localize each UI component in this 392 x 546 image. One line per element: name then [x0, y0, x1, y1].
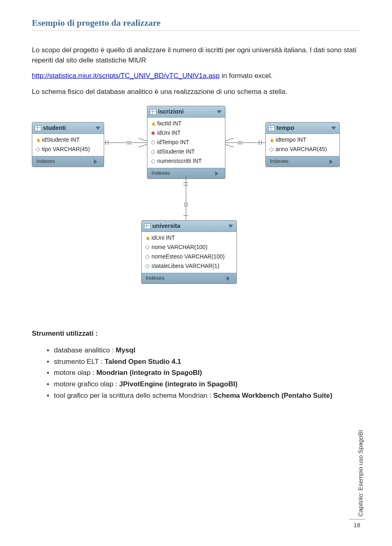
- table-footer: Indexes: [32, 156, 104, 167]
- connector-tick: [259, 140, 259, 145]
- connector-tick: [183, 215, 188, 216]
- connector-crow: [225, 144, 234, 147]
- chevron-right-icon: [330, 159, 335, 164]
- diamond-icon: [151, 140, 156, 145]
- connector-dash: [238, 144, 243, 144]
- table-universita: universita idUni INT nome VARCHAR(100) n…: [141, 220, 237, 284]
- table-icon: [268, 125, 275, 131]
- chevron-right-icon: [215, 171, 221, 176]
- table-studenti: studenti idStudente INT tipo VARCHAR(45)…: [32, 122, 104, 167]
- intro-paragraph-1: Lo scopo del progetto è quello di analiz…: [32, 45, 360, 65]
- table-title: studenti: [43, 124, 66, 132]
- table-iscrizioni: iscrizioni factId INT idUni INT idTempo …: [147, 106, 225, 179]
- tools-list: database analitico : Mysql strumento ELT…: [53, 345, 360, 401]
- diamond-icon: [151, 131, 156, 136]
- col: nomeEsteso VARCHAR(100): [151, 253, 225, 261]
- connector-dash: [127, 141, 131, 142]
- table-icon: [144, 223, 151, 229]
- diamond-icon: [151, 149, 156, 154]
- chevron-right-icon: [227, 276, 232, 281]
- table-icon: [150, 109, 156, 115]
- chevron-down-icon: [228, 225, 233, 228]
- table-title: tempo: [276, 124, 294, 132]
- chevron-down-icon: [331, 127, 336, 130]
- key-icon: [151, 121, 156, 126]
- list-item: motore grafico olap : JPivotEngine (inte…: [53, 379, 360, 390]
- table-footer: Indexes: [147, 168, 225, 178]
- diamond-icon: [145, 245, 150, 250]
- intro-paragraph-link: http://statistica.miur.it/scripts/TC_UNI…: [32, 71, 360, 81]
- col: idStudente INT: [42, 136, 80, 144]
- miur-link[interactable]: http://statistica.miur.it/scripts/TC_UNI…: [32, 72, 220, 80]
- li-bold: JPivotEngine (integrato in SpagoBI): [119, 380, 238, 388]
- table-header: universita: [142, 221, 236, 232]
- table-tempo: tempo idtempo INT anno VARCHAR(45) Index…: [265, 122, 340, 167]
- col: numeroIscritti INT: [157, 157, 202, 165]
- table-header: iscrizioni: [147, 106, 225, 118]
- col: anno VARCHAR(45): [276, 145, 327, 154]
- col: idUni INT: [151, 234, 175, 242]
- connector-tick: [183, 185, 188, 185]
- table-rows: idStudente INT tipo VARCHAR(45): [32, 134, 104, 156]
- chevron-right-icon: [94, 159, 100, 164]
- table-header: tempo: [266, 123, 339, 134]
- li-lead: database analitico :: [54, 346, 116, 354]
- connector-tick: [105, 140, 106, 145]
- chevron-down-icon: [96, 127, 100, 130]
- connector-line: [104, 143, 147, 143]
- connector-dash: [185, 202, 185, 207]
- table-rows: idUni INT nome VARCHAR(100) nomeEsteso V…: [142, 232, 236, 273]
- connector-crow: [225, 138, 234, 142]
- table-title: universita: [152, 222, 180, 230]
- li-bold: Mondrian (integrato in SpagoBI): [96, 369, 202, 377]
- connector-tick: [183, 183, 188, 183]
- list-item: database analitico : Mysql: [53, 345, 360, 356]
- col: idtempo INT: [276, 136, 306, 144]
- er-diagram: iscrizioni factId INT idUni INT idTempo …: [32, 106, 360, 318]
- indexes-label: Indexes: [146, 274, 165, 282]
- list-item: motore olap : Mondrian (integrato in Spa…: [53, 368, 360, 378]
- li-bold: Schema Workbench (Pentaho Suite): [213, 392, 332, 399]
- col: tipo VARCHAR(45): [42, 145, 90, 154]
- col: nome VARCHAR(100): [151, 243, 207, 252]
- connector-crow: [138, 144, 147, 147]
- li-lead: tool grafico per la scrittura dello sche…: [54, 392, 213, 399]
- col: idTempo INT: [157, 138, 189, 147]
- li-lead: motore grafico olap :: [54, 380, 119, 388]
- connector-dash: [187, 202, 187, 207]
- intro-paragraph-2: Lo schema fisico del database analitico …: [32, 87, 360, 97]
- tools-heading: Strumenti utilizzati :: [32, 329, 360, 339]
- connector-crow: [138, 138, 147, 142]
- li-lead: strumento ELT :: [54, 358, 105, 365]
- list-item: strumento ELT : Talend Open Studio 4.1: [53, 357, 360, 367]
- col: idStudente INT: [157, 148, 195, 156]
- indexes-label: Indexes: [270, 158, 289, 165]
- connector-tick: [261, 140, 262, 145]
- table-title: iscrizioni: [158, 107, 184, 116]
- key-icon: [145, 236, 150, 241]
- connector-line: [225, 143, 265, 143]
- li-bold: Mysql: [116, 346, 135, 354]
- page-number: 18: [349, 519, 365, 530]
- indexes-label: Indexes: [151, 169, 170, 177]
- table-footer: Indexes: [142, 273, 236, 283]
- chevron-down-icon: [217, 110, 222, 114]
- table-rows: idtempo INT anno VARCHAR(45): [266, 134, 339, 156]
- connector-dash: [238, 141, 243, 142]
- indexes-label: Indexes: [36, 158, 55, 165]
- diamond-icon: [145, 264, 150, 269]
- table-footer: Indexes: [266, 156, 339, 167]
- page-footer: Capitolo: Esempio uso SpagoBI 18: [349, 430, 365, 530]
- diamond-icon: [36, 147, 40, 152]
- li-bold: Talend Open Studio 4.1: [105, 358, 181, 365]
- section-heading: Esempio di progetto da realizzare: [32, 16, 360, 31]
- col: factId INT: [157, 120, 182, 128]
- table-rows: factId INT idUni INT idTempo INT idStude…: [147, 118, 225, 168]
- diamond-icon: [269, 147, 274, 152]
- connector-tick: [108, 140, 108, 145]
- li-lead: motore olap :: [54, 369, 96, 377]
- footer-caption: Capitolo: Esempio uso SpagoBI: [356, 430, 365, 517]
- connector-dash: [127, 144, 131, 144]
- key-icon: [36, 138, 40, 143]
- key-icon: [269, 138, 274, 143]
